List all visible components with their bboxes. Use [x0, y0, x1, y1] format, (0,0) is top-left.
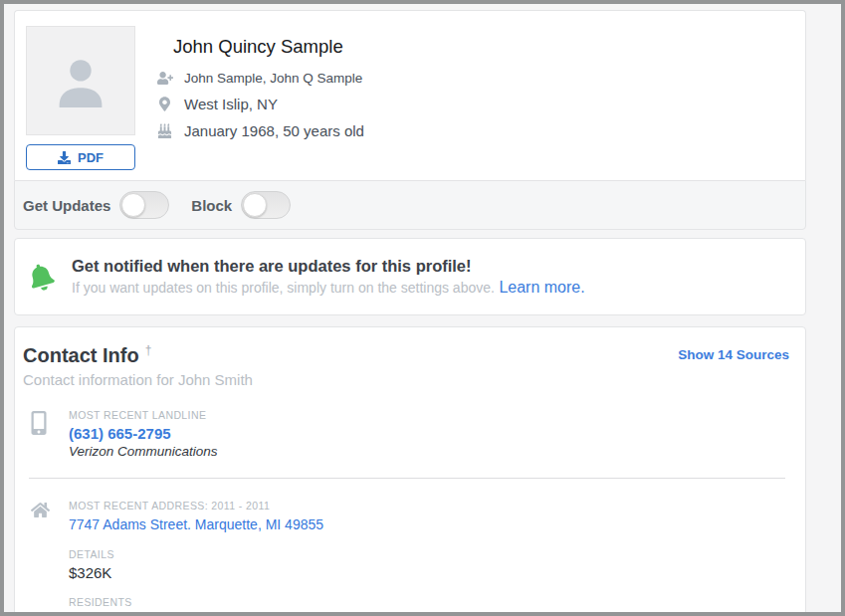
resident-name: Debra Kelly	[188, 613, 255, 616]
details-value: $326K	[69, 564, 562, 581]
toggle-strip: Get Updates Block	[14, 180, 806, 230]
phone-carrier: Verizon Communications	[69, 444, 218, 459]
profile-name: John Quincy Sample	[173, 36, 364, 58]
pdf-download-button[interactable]: PDF	[26, 144, 135, 170]
contact-info-title: Contact Info†	[23, 343, 253, 367]
details-label: DETAILS	[69, 548, 562, 560]
list-item: Nicholas Ramirez	[59, 613, 168, 616]
location-row: West Islip, NY	[156, 96, 364, 112]
address-details-group: DETAILS $326K	[69, 548, 562, 581]
block-toggle[interactable]	[241, 191, 291, 219]
person-silhouette-icon	[45, 45, 116, 116]
address-row: MOST RECENT ADDRESS: 2011 - 2011 7747 Ad…	[23, 500, 789, 616]
learn-more-link[interactable]: Learn more.	[499, 279, 584, 296]
resident-name: Joyce Adams	[369, 613, 446, 616]
landline-content: MOST RECENT LANDLINE (631) 665-2795 Veri…	[69, 409, 218, 459]
address-content: MOST RECENT ADDRESS: 2011 - 2011 7747 Ad…	[69, 500, 562, 616]
landline-label: MOST RECENT LANDLINE	[69, 409, 218, 421]
residents-label: RESIDENTS	[69, 596, 562, 608]
profile-photo-column: PDF	[26, 26, 135, 170]
resident-name: Nicholas Ramirez	[59, 613, 160, 616]
get-updates-toggle[interactable]	[119, 191, 169, 219]
cake-icon	[156, 123, 173, 138]
residents-group: RESIDENTS Nicholas Ramirez •Debra Kelly …	[69, 596, 562, 616]
avatar	[26, 26, 135, 135]
block-label: Block	[191, 197, 232, 214]
birthdate-text: January 1968, 50 years old	[184, 122, 364, 139]
dagger-icon: †	[145, 343, 152, 357]
notification-title: Get notified when there are updates for …	[72, 257, 585, 276]
bell-icon	[26, 260, 58, 293]
window-frame: PDF John Quincy Sample John Sample, John…	[0, 0, 845, 616]
aliases-text: John Sample, John Q Sample	[184, 71, 362, 86]
map-pin-icon	[156, 97, 173, 111]
phone-number-link[interactable]: (631) 665-2795	[69, 425, 171, 442]
resident-name: Betty Hall	[282, 613, 337, 616]
contact-info-header: Contact Info† Contact information for Jo…	[23, 343, 789, 388]
toggle-knob	[121, 193, 145, 217]
home-icon	[31, 500, 53, 616]
section-divider	[29, 478, 785, 479]
location-text: West Islip, NY	[184, 96, 278, 112]
list-item: •Joyce Adams	[349, 613, 467, 616]
profile-info-column: John Quincy Sample John Sample, John Q S…	[156, 26, 364, 170]
profile-page: PDF John Quincy Sample John Sample, John…	[14, 10, 806, 616]
resident-name: Henry Bryant	[487, 613, 562, 616]
list-item: •Henry Bryant	[467, 613, 562, 616]
notification-text-block: Get notified when there are updates for …	[72, 257, 585, 297]
contact-info-card: Contact Info† Contact information for Jo…	[14, 326, 806, 616]
landline-row: MOST RECENT LANDLINE (631) 665-2795 Veri…	[23, 409, 789, 459]
list-item: •Betty Hall	[262, 613, 349, 616]
get-updates-label: Get Updates	[23, 197, 110, 214]
profile-header-card: PDF John Quincy Sample John Sample, John…	[14, 10, 806, 180]
show-sources-link[interactable]: Show 14 Sources	[678, 347, 789, 362]
birthdate-row: January 1968, 50 years old	[156, 122, 364, 139]
mobile-phone-icon	[31, 409, 53, 459]
person-plus-icon	[156, 72, 173, 85]
notification-banner: Get notified when there are updates for …	[14, 238, 806, 315]
address-label: MOST RECENT ADDRESS: 2011 - 2011	[69, 500, 562, 512]
toggle-knob	[243, 193, 267, 217]
list-item: •Debra Kelly	[168, 613, 262, 616]
notification-body: If you want updates on this profile, sim…	[72, 280, 495, 296]
aliases-row: John Sample, John Q Sample	[156, 71, 364, 86]
contact-info-subtitle: Contact information for John Smith	[23, 371, 253, 388]
pdf-button-label: PDF	[78, 150, 104, 165]
contact-title-block: Contact Info† Contact information for Jo…	[23, 343, 253, 388]
address-link[interactable]: 7747 Adams Street. Marquette, MI 49855	[69, 516, 323, 532]
download-icon	[58, 151, 71, 164]
residents-list: Nicholas Ramirez •Debra Kelly •Betty Hal…	[59, 613, 562, 616]
